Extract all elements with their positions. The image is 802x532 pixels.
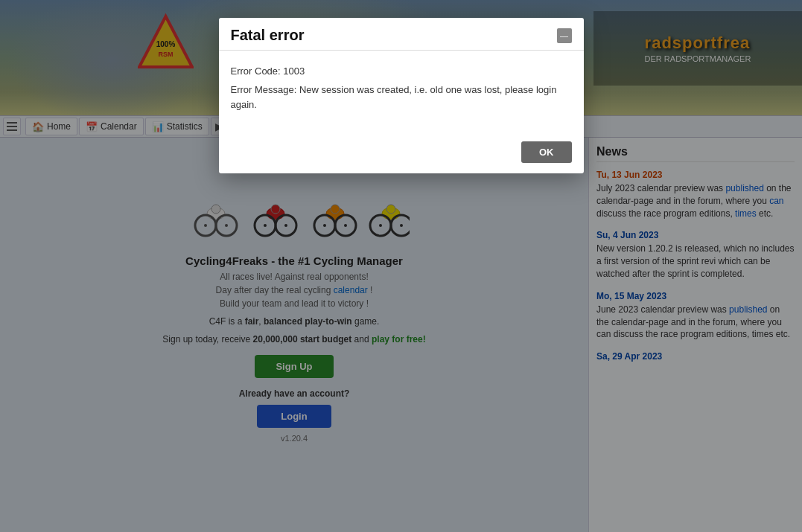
error-message: Error Message: New session was created, … — [231, 83, 572, 112]
ok-button[interactable]: OK — [521, 141, 572, 163]
fatal-error-modal: Fatal error — Error Code: 1003 Error Mes… — [219, 18, 584, 173]
modal-body: Error Code: 1003 Error Message: New sess… — [219, 51, 584, 134]
modal-overlay: Fatal error — Error Code: 1003 Error Mes… — [0, 0, 802, 532]
modal-header: Fatal error — — [219, 18, 584, 51]
modal-footer: OK — [219, 134, 584, 173]
modal-minimize-button[interactable]: — — [557, 28, 572, 43]
modal-title: Fatal error — [231, 27, 305, 44]
error-code: Error Code: 1003 — [231, 65, 572, 77]
